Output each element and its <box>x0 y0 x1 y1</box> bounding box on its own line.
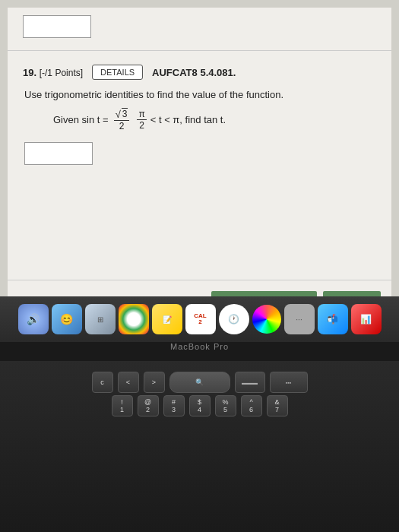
dock-siri[interactable]: 🔊 <box>18 304 49 334</box>
key-7[interactable]: & 7 <box>267 395 288 416</box>
key-5[interactable]: % 5 <box>215 395 236 416</box>
laptop-screen: 19. [-/1 Points] DETAILS AUFCAT8 5.4.081… <box>0 0 399 327</box>
key-slider[interactable]: ▬▬▬ <box>235 372 265 393</box>
key-6[interactable]: ^ 6 <box>241 395 262 416</box>
dock-mail[interactable]: 📬 <box>318 304 348 334</box>
keyboard-row-special: c < > 🔍 ▬▬▬ ▪▪▪ <box>92 372 308 393</box>
pi-fraction: π 2 < t < π, find tan t. <box>135 109 226 131</box>
top-answer-input[interactable] <box>23 15 91 38</box>
dock-dots[interactable]: ··· <box>284 304 315 334</box>
question-number: 19. [-/1 Points] <box>23 67 83 78</box>
question-code: AUFCAT8 5.4.081. <box>152 67 236 78</box>
question-text: Use trigonometric identities to find the… <box>24 89 376 100</box>
macbook-label: MacBook Pro <box>170 342 229 351</box>
question-section: 19. [-/1 Points] DETAILS AUFCAT8 5.4.081… <box>8 55 391 275</box>
key-right-area[interactable]: ▪▪▪ <box>270 372 308 393</box>
key-3[interactable]: # 3 <box>163 395 185 416</box>
dock-photos[interactable] <box>252 305 281 334</box>
keyboard-row-numbers: ! 1 @ 2 # 3 $ 4 % 5 ^ 6 & 7 <box>112 395 288 416</box>
key-less-than[interactable]: < <box>118 372 139 393</box>
answer-input-area <box>24 142 376 165</box>
fraction-numerator: √3 <box>114 108 130 121</box>
radicand: 3 <box>122 108 128 119</box>
macos-dock: 🔊 😊 ⊞ 📝 CAL2 🕐 ··· 📬 📊 <box>0 296 399 342</box>
bottom-separator <box>8 280 391 280</box>
key-4[interactable]: $ 4 <box>189 395 211 416</box>
math-expression: Given sin t = √3 2 π 2 < t < π, find tan… <box>53 108 376 131</box>
given-label: Given sin t = <box>53 114 109 125</box>
fraction-denominator: 2 <box>118 121 126 131</box>
dock-chrome[interactable] <box>119 304 149 334</box>
top-separator <box>8 50 391 51</box>
key-2[interactable]: @ 2 <box>138 395 159 416</box>
fraction: √3 2 <box>114 108 130 131</box>
details-button[interactable]: DETAILS <box>92 65 143 80</box>
question-header: 19. [-/1 Points] DETAILS AUFCAT8 5.4.081… <box>23 65 376 80</box>
key-c[interactable]: c <box>92 372 113 393</box>
screen-content: 19. [-/1 Points] DETAILS AUFCAT8 5.4.081… <box>8 8 391 319</box>
answer-input[interactable] <box>24 142 93 165</box>
keyboard-area: c < > 🔍 ▬▬▬ ▪▪▪ ! 1 @ 2 # 3 <box>0 361 399 532</box>
dock-clock[interactable]: 🕐 <box>219 304 249 334</box>
dock-finder[interactable]: 😊 <box>52 304 82 334</box>
key-greater-than[interactable]: > <box>144 372 165 393</box>
key-search[interactable]: 🔍 <box>169 372 230 393</box>
key-1[interactable]: ! 1 <box>112 395 133 416</box>
dock-calendar[interactable]: CAL2 <box>185 304 216 334</box>
top-input-area <box>8 8 391 46</box>
dock-bar-chart[interactable]: 📊 <box>351 304 382 334</box>
dock-notes[interactable]: 📝 <box>152 304 182 334</box>
dock-launchpad[interactable]: ⊞ <box>85 304 116 334</box>
